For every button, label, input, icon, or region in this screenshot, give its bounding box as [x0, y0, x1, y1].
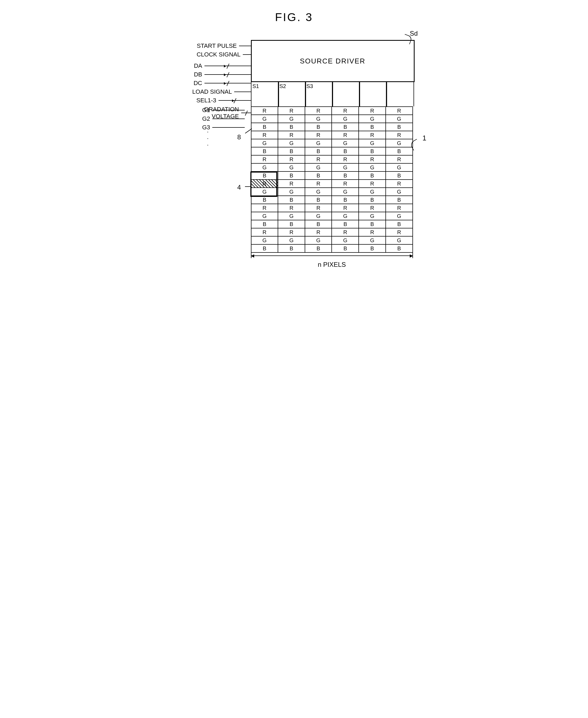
table-row: GGGGGG [251, 139, 413, 147]
subpixel-cell: R [278, 107, 305, 115]
subpixel-cell: B [386, 171, 413, 180]
gate-line-labels: G1G2G3 [202, 106, 245, 132]
subpixel-cell: R [251, 107, 278, 115]
subpixel-cell: G [305, 212, 332, 220]
source-driver-block: SOURCE DRIVER [251, 40, 415, 82]
subpixel-cell: R [251, 131, 278, 139]
signal-wire [205, 66, 251, 66]
table-row: RRRRRR [251, 155, 413, 163]
subpixel-cell: G [359, 188, 386, 196]
column-label: S1 [253, 83, 259, 89]
subpixel-cell: G [305, 163, 332, 171]
subpixel-cell: B [359, 220, 386, 228]
subpixel-cell: R [359, 204, 386, 212]
subpixel-cell: G [251, 139, 278, 147]
signal-label: DC [194, 80, 202, 87]
subpixel-cell: G [305, 236, 332, 245]
table-row: BBBBBB [251, 123, 413, 131]
subpixel-cell: B [251, 171, 278, 180]
subpixel-cell: R [332, 155, 359, 163]
table-row: GGGGGG [251, 163, 413, 171]
subpixel-cell: R [278, 228, 305, 236]
subpixel-cell: G [332, 212, 359, 220]
subpixel-cell: B [359, 196, 386, 204]
subpixel-cell: G [332, 163, 359, 171]
subpixel-cell: G [278, 163, 305, 171]
subpixel-cell: R [332, 131, 359, 139]
source-line-1: S1 [251, 82, 279, 106]
signal-sel1-3: SEL1-3 [196, 96, 251, 105]
subpixel-cell: G [278, 115, 305, 123]
width-dimension: n PIXELS [251, 253, 413, 269]
subpixel-cell: B [386, 123, 413, 131]
diagram: START PULSECLOCK SIGNALDADBDCLOAD SIGNAL… [173, 40, 416, 269]
subpixel-cell: G [278, 188, 305, 196]
table-row: BBBBBB [251, 220, 413, 228]
subpixel-cell: B [251, 147, 278, 155]
subpixel-cell: R [386, 228, 413, 236]
subpixel-cell: B [305, 245, 332, 252]
gate-wire [212, 110, 245, 110]
source-line-4 [332, 82, 360, 106]
callout-1: 1 [422, 134, 426, 142]
signal-wire [239, 46, 251, 46]
gate-label-g3: G3 [202, 123, 245, 132]
signal-da: DA [194, 62, 251, 70]
subpixel-cell: G [332, 188, 359, 196]
subpixel-cell: B [251, 220, 278, 228]
table-row: RRRRRR [251, 228, 413, 236]
subpixel-cell: B [386, 147, 413, 155]
subpixel-cell: G [332, 115, 359, 123]
subpixel-cell: G [386, 163, 413, 171]
subpixel-cell: R [305, 107, 332, 115]
subpixel-cell: R [305, 204, 332, 212]
signal-dc: DC [194, 79, 251, 87]
source-driver-text: SOURCE DRIVER [300, 57, 365, 65]
subpixel-cell: B [332, 196, 359, 204]
dim-text: n PIXELS [251, 261, 413, 269]
callout-8: 8 [237, 133, 241, 141]
subpixel-cell: R [332, 228, 359, 236]
column-label: S2 [279, 83, 286, 89]
subpixel-cell: R [359, 180, 386, 188]
table-row: BBBBBB [251, 171, 413, 180]
table-row: GGGGGG [251, 115, 413, 123]
gate-label-g1: G1 [202, 106, 245, 114]
subpixel-cell: R [251, 204, 278, 212]
subpixel-cell: G [359, 212, 386, 220]
table-row: RRRRRR [251, 107, 413, 115]
subpixel-cell: R [251, 155, 278, 163]
subpixel-cell: R [278, 131, 305, 139]
subpixel-cell: G [251, 188, 278, 196]
subpixel-cell: G [359, 139, 386, 147]
subpixel-cell: G [278, 139, 305, 147]
subpixel-cell: G [332, 139, 359, 147]
subpixel-cell: B [386, 196, 413, 204]
sd-label: Sd [410, 30, 418, 37]
subpixel-cell: B [332, 220, 359, 228]
subpixel-cell: B [278, 171, 305, 180]
signal-label: SEL1-3 [196, 97, 216, 104]
gate-label-text: G1 [202, 107, 210, 114]
source-lines: S1S2S3 [251, 82, 413, 106]
subpixel-cell: G [386, 115, 413, 123]
subpixel-cell: R [251, 180, 278, 188]
subpixel-cell: R [386, 180, 413, 188]
subpixel-cell: R [332, 107, 359, 115]
subpixel-cell: B [278, 123, 305, 131]
signal-start-pulse: START PULSE [197, 42, 251, 50]
table-row: GGGGGG [251, 188, 413, 196]
subpixel-cell: R [386, 107, 413, 115]
source-line-2: S2 [278, 82, 306, 106]
signal-clock-signal: CLOCK SIGNAL [197, 50, 251, 59]
subpixel-cell: G [278, 236, 305, 245]
signal-label: START PULSE [197, 42, 237, 49]
subpixel-cell: R [305, 155, 332, 163]
subpixel-cell: G [305, 188, 332, 196]
subpixel-cell: B [278, 196, 305, 204]
gate-ellipsis: · · · [205, 131, 211, 148]
subpixel-cell: B [278, 220, 305, 228]
subpixel-cell: R [332, 204, 359, 212]
subpixel-cell: R [386, 204, 413, 212]
subpixel-cell: R [251, 228, 278, 236]
